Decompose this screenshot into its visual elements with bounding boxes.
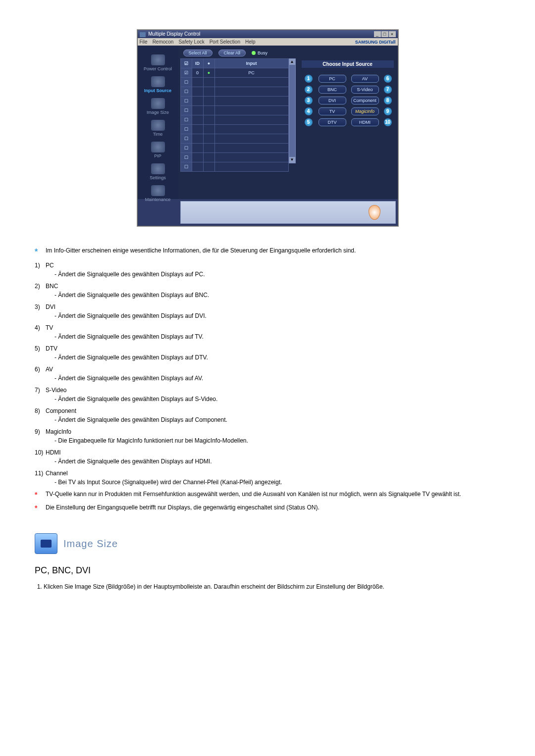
item-title: Channel [46,469,500,478]
sidebar-item-input[interactable]: Input Source [138,76,178,93]
menu-help[interactable]: Help [245,39,256,45]
table-row[interactable]: ☐ [180,115,288,125]
sidebar-item-time[interactable]: Time [138,120,178,137]
badge-5: 5 [305,118,313,126]
status-dot-icon: ● [203,68,214,78]
intro-note: Im Info-Gitter erscheinen einige wesentl… [46,246,500,258]
table-row[interactable]: ☐ [180,97,288,106]
imagesize-icon [151,98,165,109]
src-hdmi-button[interactable]: HDMI [351,118,379,126]
busy-indicator: Busy [252,50,268,55]
src-magicinfo-button[interactable]: MagicInfo [351,107,379,115]
src-bnc-button[interactable]: BNC [319,86,346,94]
src-svideo-button[interactable]: S-Video [351,86,379,94]
busy-dot-icon [252,51,256,55]
clear-all-button[interactable]: Clear All [218,50,246,56]
window-controls[interactable]: _□× [374,31,396,37]
item-desc: - Ändert die Signalquelle des gewählten … [54,353,500,362]
item-desc: - Ändert die Signalquelle des gewählten … [54,332,500,341]
settings-icon [151,163,165,174]
step-1: Klicken Sie Image Size (Bildgröße) in de… [44,582,500,591]
col-status: ● [203,59,214,68]
sidebar-item-settings[interactable]: Settings [138,163,178,180]
item-number: 11) [35,470,43,477]
col-check[interactable]: ☑ [180,59,192,68]
item-title: Component [46,406,500,415]
minimize-icon[interactable]: _ [374,31,381,37]
item-number: 8) [35,407,40,414]
item-number: 9) [35,428,40,435]
menu-remocon[interactable]: Remocon [153,39,174,45]
item-number: 3) [35,303,40,310]
scroll-up-icon[interactable]: ▲ [289,59,295,65]
col-id: ID [192,59,203,68]
badge-10: 10 [384,118,392,126]
menu-portselection[interactable]: Port Selection [210,39,240,45]
titlebar[interactable]: Multiple Display Control _□× [138,30,398,38]
item-desc: - Ändert die Signalquelle des gewählten … [54,415,500,424]
red-star-icon: * [35,504,37,512]
input-icon [151,76,165,87]
pip-icon [151,142,165,152]
item-desc: - Ändert die Signalquelle des gewählten … [54,374,500,383]
item-number: 10) [35,449,43,456]
badge-7: 7 [384,86,392,94]
menubar: File Remocon Safety Lock Port Selection … [138,38,398,46]
item-desc: - Ändert die Signalquelle des gewählten … [54,457,500,466]
row-check[interactable]: ☑ [180,68,192,78]
sidebar: Power Control Input Source Image Size Ti… [138,46,178,199]
badge-3: 3 [305,97,313,104]
close-icon[interactable]: × [389,31,396,37]
sidebar-item-pip[interactable]: PIP [138,142,178,158]
badge-9: 9 [384,107,392,115]
item-number: 5) [35,345,40,352]
warning-icon [369,205,380,220]
item-desc: - Ändert die Signalquelle des gewählten … [54,395,500,403]
sidebar-item-power[interactable]: Power Control [138,54,178,71]
red-star-icon: * [35,491,37,499]
panel-header: Choose Input Source [302,60,394,68]
item-number: 1) [35,262,40,269]
item-desc: - Ändert die Signalquelle des gewählten … [54,291,500,300]
item-number: 4) [35,324,40,331]
src-dvi-button[interactable]: DVI [319,97,346,104]
main-area: Select All Clear All Busy ☑ ID ● Input ☑… [178,46,398,199]
table-row[interactable]: ☐ [180,144,288,153]
item-desc: - Ändert die Signalquelle des gewählten … [54,311,500,320]
table-row[interactable]: ☐ [180,125,288,134]
item-desc: - Ändert die Signalquelle des gewählten … [54,270,500,279]
table-row[interactable]: ☐ [180,106,288,115]
src-component-button[interactable]: Component [351,97,379,104]
table-row[interactable]: ☐ [180,134,288,144]
src-tv-button[interactable]: TV [319,107,346,115]
scroll-down-icon[interactable]: ▼ [289,157,295,163]
sidebar-item-imagesize[interactable]: Image Size [138,98,178,115]
table-row[interactable]: ☐ [180,162,288,172]
badge-2: 2 [305,86,313,94]
info-grid: ☑ ID ● Input ☑ 0 ● PC ☐ ☐ ☐ ☐ ☐ [180,58,289,172]
menu-safetylock[interactable]: Safety Lock [178,39,204,45]
item-number: 2) [35,283,40,290]
table-row[interactable]: ☐ [180,87,288,97]
src-av-button[interactable]: AV [351,75,379,83]
badge-1: 1 [305,75,313,83]
badge-6: 6 [384,75,392,83]
item-title: HDMI [46,448,500,457]
table-row[interactable]: ☐ [180,78,288,87]
imagesize-section-icon [35,533,57,554]
item-title: DTV [46,344,500,353]
src-pc-button[interactable]: PC [319,75,346,83]
section-title: Image Size [63,536,118,551]
sidebar-item-maintenance[interactable]: Maintenance [138,185,178,202]
table-row[interactable]: ☐ [180,153,288,162]
grid-scrollbar[interactable]: ▲ ▼ [289,58,296,163]
status-strip [180,201,396,224]
item-title: BNC [46,282,500,291]
select-all-button[interactable]: Select All [183,50,213,56]
maximize-icon[interactable]: □ [381,31,388,37]
item-desc: - Die Eingabequelle für MagicInfo funkti… [54,436,500,445]
star-icon: * [35,248,38,256]
table-row[interactable]: ☑ 0 ● PC [180,68,288,78]
menu-file[interactable]: File [140,39,148,45]
src-dtv-button[interactable]: DTV [319,118,346,126]
